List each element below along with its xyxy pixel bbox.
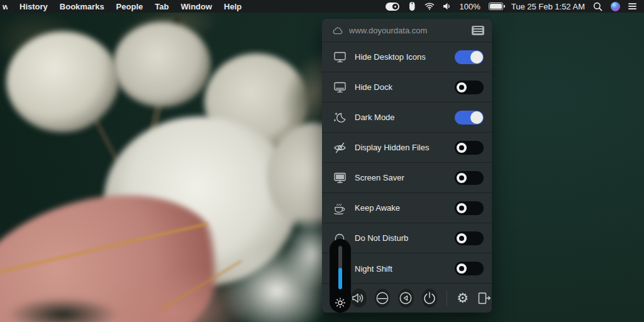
volume-icon[interactable] xyxy=(443,3,451,10)
mouse-battery-icon[interactable] xyxy=(408,1,416,11)
menu-bar-clock[interactable]: Tue 25 Feb 1:52 AM xyxy=(511,2,585,11)
desktop: w History Bookmarks People Tab Window He… xyxy=(0,0,644,322)
do-not-disturb-toggle[interactable] xyxy=(455,231,484,245)
dark-mode-toggle[interactable] xyxy=(455,111,484,125)
back-triangle-icon[interactable] xyxy=(398,289,414,308)
setting-label: Display Hidden Files xyxy=(355,143,455,152)
hide-desktop-icons-toggle[interactable] xyxy=(455,50,484,64)
moon-stars-icon xyxy=(332,111,347,124)
menu-item-tab[interactable]: Tab xyxy=(155,2,169,11)
menu-item-window[interactable]: Window xyxy=(180,2,212,11)
setting-label: Hide Dock xyxy=(355,82,455,92)
search-icon[interactable] xyxy=(593,2,602,11)
brightness-fill xyxy=(338,268,342,290)
wifi-icon[interactable] xyxy=(425,3,435,10)
white-rose-blob xyxy=(6,31,119,132)
hamburger-menu-icon[interactable] xyxy=(472,26,484,35)
menu-bar-menus: w History Bookmarks People Tab Window He… xyxy=(0,2,242,11)
setting-label: Keep Awake xyxy=(355,203,455,213)
dock-icon xyxy=(332,81,347,93)
setting-label: Dark Mode xyxy=(355,113,455,122)
power-icon[interactable] xyxy=(422,289,438,308)
coffee-icon xyxy=(332,202,347,214)
gear-icon[interactable]: ⚙ xyxy=(457,291,469,304)
hide-dock-toggle[interactable] xyxy=(455,80,484,94)
keep-awake-toggle[interactable] xyxy=(455,201,484,215)
siri-icon[interactable] xyxy=(611,2,620,11)
screen-saver-toggle[interactable] xyxy=(455,171,484,185)
setting-row-hide-desktop-icons: Hide Desktop Icons xyxy=(322,42,492,72)
quick-settings-panel: www.doyourdata.com Hide Desktop Icons xyxy=(322,19,492,313)
app-toggle-icon[interactable] xyxy=(386,3,399,11)
setting-label: Hide Desktop Icons xyxy=(355,52,455,62)
minus-circle-icon[interactable] xyxy=(375,289,391,308)
eye-slash-icon xyxy=(332,142,347,153)
menu-item-bookmarks[interactable]: Bookmarks xyxy=(60,2,104,11)
quit-door-icon[interactable] xyxy=(477,292,492,304)
brightness-track[interactable] xyxy=(338,246,342,289)
menu-item-people[interactable]: People xyxy=(116,2,143,11)
setting-label: Do Not Disturb xyxy=(355,233,455,243)
cloud-logo-icon xyxy=(332,26,343,35)
menu-bar: w History Bookmarks People Tab Window He… xyxy=(0,0,644,13)
desktop-icon xyxy=(332,51,347,63)
battery-percent: 100% xyxy=(459,2,480,11)
sun-icon xyxy=(335,297,346,308)
setting-row-hide-dock: Hide Dock xyxy=(322,72,492,103)
menu-item-history[interactable]: History xyxy=(19,2,48,11)
brightness-slider[interactable] xyxy=(330,239,351,313)
setting-row-screen-saver: Screen Saver xyxy=(322,163,492,193)
panel-site-link[interactable]: www.doyourdata.com xyxy=(349,26,472,35)
footer-divider xyxy=(447,290,447,306)
night-shift-toggle[interactable] xyxy=(455,262,484,275)
menu-item-clipped[interactable]: w xyxy=(3,2,8,11)
screensaver-icon xyxy=(332,172,347,184)
white-rose-blob xyxy=(113,22,211,107)
notification-center-icon[interactable] xyxy=(628,3,636,9)
menu-item-help[interactable]: Help xyxy=(224,2,242,11)
setting-row-display-hidden-files: Display Hidden Files xyxy=(322,133,492,163)
menu-bar-status: 100% Tue 25 Feb 1:52 AM xyxy=(386,1,644,11)
setting-row-keep-awake: Keep Awake xyxy=(322,193,492,223)
speaker-icon[interactable] xyxy=(351,289,367,308)
setting-label: Night Shift xyxy=(355,264,455,274)
setting-label: Screen Saver xyxy=(355,173,455,182)
battery-icon xyxy=(489,3,503,10)
panel-header: www.doyourdata.com xyxy=(322,19,492,42)
display-hidden-files-toggle[interactable] xyxy=(455,141,484,155)
setting-row-dark-mode: Dark Mode xyxy=(322,103,492,133)
